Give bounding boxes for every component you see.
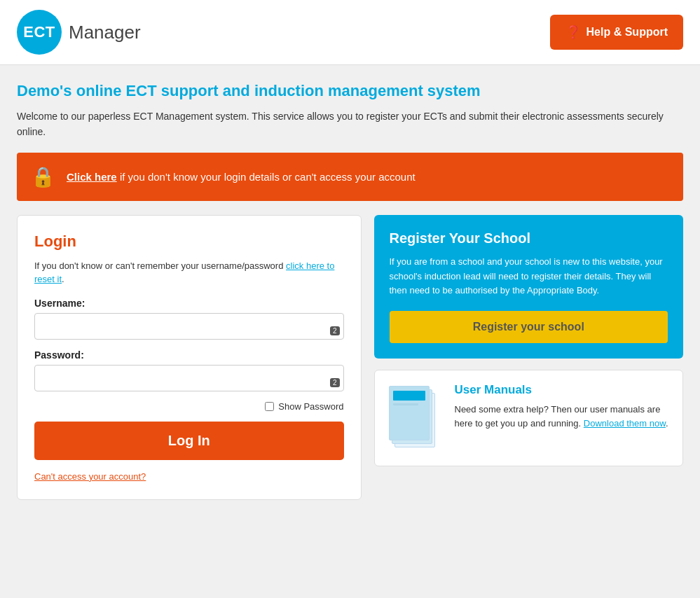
show-password-checkbox[interactable] bbox=[265, 402, 274, 411]
right-column: Register Your School If you are from a s… bbox=[374, 215, 684, 466]
register-school-button[interactable]: Register your school bbox=[390, 311, 668, 343]
download-link[interactable]: Download them now bbox=[584, 418, 666, 429]
show-password-row: Show Password bbox=[34, 401, 344, 412]
login-hint: If you don't know or can't remember your… bbox=[34, 259, 344, 286]
username-field-wrapper: 2 bbox=[34, 313, 344, 340]
register-card: Register Your School If you are from a s… bbox=[374, 215, 684, 359]
login-title: Login bbox=[34, 232, 344, 251]
cant-access-link[interactable]: Can't access your account? bbox=[34, 471, 146, 482]
help-support-button[interactable]: ❓ Help & Support bbox=[550, 15, 683, 50]
manuals-description: Need some extra help? Then our user manu… bbox=[455, 403, 671, 430]
intro-text: Welcome to our paperless ECT Management … bbox=[17, 109, 683, 140]
logo-icon: ECT bbox=[17, 10, 62, 55]
alert-message: Click here if you don't know your login … bbox=[67, 171, 416, 183]
help-icon: ❓ bbox=[565, 25, 581, 40]
password-field-wrapper: 2 bbox=[34, 365, 344, 391]
alert-bar: 🔒 Click here if you don't know your logi… bbox=[17, 153, 683, 201]
site-header: ECT Manager ❓ Help & Support bbox=[0, 0, 700, 65]
content-columns: Login If you don't know or can't remembe… bbox=[17, 215, 683, 500]
lock-icon: 🔒 bbox=[31, 165, 55, 188]
page-title: Demo's online ECT support and induction … bbox=[17, 82, 683, 100]
password-label: Password: bbox=[34, 349, 344, 361]
login-card: Login If you don't know or can't remembe… bbox=[17, 215, 362, 500]
help-button-label: Help & Support bbox=[586, 26, 668, 39]
manuals-card: User Manuals Need some extra help? Then … bbox=[374, 370, 684, 466]
username-input[interactable] bbox=[34, 313, 344, 340]
manual-image bbox=[387, 383, 444, 453]
show-password-label[interactable]: Show Password bbox=[278, 401, 343, 412]
register-description: If you are from a school and your school… bbox=[390, 255, 668, 298]
login-button[interactable]: Log In bbox=[34, 422, 344, 460]
username-label: Username: bbox=[34, 298, 344, 309]
click-here-link[interactable]: Click here bbox=[67, 171, 117, 183]
manuals-info: User Manuals Need some extra help? Then … bbox=[455, 383, 671, 430]
logo-area: ECT Manager bbox=[17, 10, 141, 55]
app-name: Manager bbox=[69, 22, 141, 43]
main-content: Demo's online ECT support and induction … bbox=[0, 65, 700, 500]
manuals-title: User Manuals bbox=[455, 383, 671, 397]
password-input[interactable] bbox=[34, 365, 344, 391]
register-title: Register Your School bbox=[390, 230, 668, 246]
